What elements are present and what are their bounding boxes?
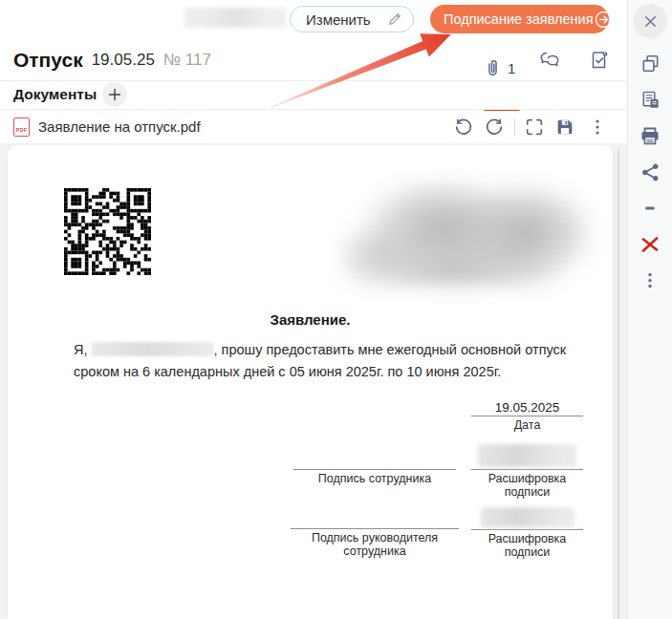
statement-body: Я, , прошу предоставить мне ежегодный ос… bbox=[74, 339, 606, 383]
delete-cross-icon bbox=[639, 233, 661, 256]
print-button[interactable] bbox=[639, 124, 661, 147]
attachments-count: 1 bbox=[508, 60, 515, 76]
employee-decode-label: Расшифровка подписи bbox=[471, 470, 583, 499]
pdf-badge: PDF bbox=[16, 127, 28, 133]
employee-decode-block: Расшифровка подписи bbox=[471, 444, 583, 499]
pdf-toolbar: PDF Заявление на отпуск.pdf bbox=[0, 111, 627, 143]
more-button[interactable] bbox=[639, 269, 661, 292]
blurred-employee-name bbox=[478, 444, 576, 467]
employee-signature-label: Подпись сотрудника bbox=[293, 470, 456, 485]
document-date: 19.05.25 bbox=[92, 51, 155, 70]
statement-body-prefix: Я, bbox=[74, 342, 88, 357]
qr-code bbox=[64, 188, 151, 275]
tab-comments[interactable] bbox=[536, 47, 563, 74]
blurred-name bbox=[92, 342, 214, 356]
document-title-group: Отпуск 19.05.25 № 117 bbox=[13, 38, 211, 81]
copy-content-button[interactable] bbox=[639, 88, 661, 111]
documents-label: Документы bbox=[13, 86, 97, 103]
delete-button[interactable] bbox=[639, 233, 661, 256]
manager-decode-block: Расшифровка подписи bbox=[471, 507, 583, 559]
statement-title: Заявление. bbox=[8, 311, 613, 328]
rotate-left-button[interactable] bbox=[453, 117, 474, 138]
copy-icon bbox=[639, 53, 661, 75]
paperclip-icon bbox=[482, 57, 504, 79]
manager-signature-block: Подпись руководителя сотрудника bbox=[291, 528, 459, 558]
date-value: 19.05.2025 bbox=[471, 400, 583, 416]
pdf-viewer: Заявление. Я, , прошу предоставить мне е… bbox=[0, 143, 627, 619]
save-button[interactable] bbox=[554, 117, 575, 138]
sign-request-button[interactable]: Подписание заявления bbox=[430, 5, 609, 33]
date-block: 19.05.2025 Дата bbox=[471, 400, 583, 432]
pencil-icon bbox=[386, 11, 403, 28]
share-button[interactable] bbox=[639, 160, 661, 183]
employee-signature-block: Подпись сотрудника bbox=[293, 469, 456, 485]
blurred-stamp-area bbox=[342, 180, 593, 287]
plus-icon bbox=[107, 87, 122, 102]
masked-user-chip bbox=[184, 8, 287, 28]
manager-signature-label: Подпись руководителя сотрудника bbox=[291, 529, 459, 558]
sign-request-label: Подписание заявления bbox=[444, 11, 594, 27]
right-toolbar bbox=[627, 0, 672, 619]
pdf-more-button[interactable] bbox=[587, 117, 608, 138]
viewer-scrollbar[interactable] bbox=[618, 149, 619, 619]
page-title: Отпуск bbox=[13, 49, 83, 72]
tab-signing[interactable] bbox=[586, 47, 613, 74]
minimize-button[interactable] bbox=[639, 197, 661, 220]
app-window: Изменить Подписание заявления Отпуск 19.… bbox=[0, 0, 672, 619]
edit-button-label: Изменить bbox=[306, 11, 371, 28]
comments-icon bbox=[536, 47, 563, 74]
manager-decode-label: Расшифровка подписи bbox=[471, 530, 583, 559]
close-icon bbox=[642, 13, 659, 30]
arrow-right-circle-icon bbox=[594, 10, 614, 30]
pdf-filename: Заявление на отпуск.pdf bbox=[38, 118, 201, 135]
copy-button[interactable] bbox=[639, 52, 661, 75]
fullscreen-button[interactable] bbox=[524, 117, 545, 138]
action-bar: Изменить Подписание заявления bbox=[0, 0, 627, 38]
more-dots-icon bbox=[639, 270, 661, 291]
signature-scroll-icon bbox=[586, 47, 613, 74]
copy-content-icon bbox=[639, 89, 661, 111]
toolbar-divider bbox=[514, 118, 515, 136]
document-number: № 117 bbox=[163, 51, 211, 70]
rotate-right-button[interactable] bbox=[484, 117, 505, 138]
share-icon bbox=[639, 161, 661, 183]
title-bar: Отпуск 19.05.25 № 117 1 bbox=[0, 38, 627, 81]
edit-button[interactable]: Изменить bbox=[290, 6, 414, 32]
date-label: Дата bbox=[471, 416, 583, 432]
documents-bar: Документы bbox=[0, 81, 627, 110]
close-button[interactable] bbox=[633, 4, 667, 38]
pdf-page: Заявление. Я, , прошу предоставить мне е… bbox=[8, 145, 613, 619]
minimize-icon bbox=[639, 198, 661, 219]
pdf-file-icon: PDF bbox=[13, 117, 30, 137]
blurred-manager-name bbox=[481, 507, 574, 527]
print-icon bbox=[639, 124, 661, 147]
add-document-button[interactable] bbox=[102, 82, 127, 107]
